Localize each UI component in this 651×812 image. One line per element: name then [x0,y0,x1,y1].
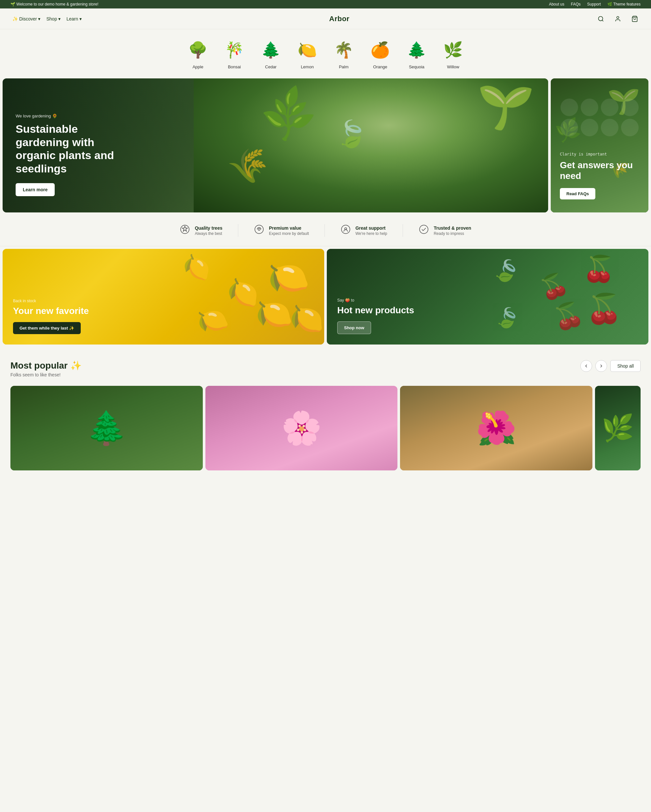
section-subtitle: Folks seem to like these! [11,372,82,377]
hero-title: Sustainable gardening with organic plant… [15,122,120,176]
trust-premium: Premium value Expect more by default [238,224,325,237]
hero-side-title: Get answers you need [560,160,639,182]
product-card-1[interactable]: 🌲 [11,386,203,470]
trust-proven-sub: Ready to impress [434,231,471,236]
palm-icon: 🌴 [332,38,355,62]
product-card-2[interactable]: 🌸 [205,386,398,470]
discover-nav-btn[interactable]: ✨ Discover ▾ [11,14,42,24]
chevron-left-icon [584,363,589,369]
trust-quality-title: Quality trees [195,226,222,230]
shop-nav-btn[interactable]: Shop ▾ [44,14,63,24]
product-image-3: 🌺 [400,386,592,470]
top-bar: 🌱 Welcome to our demo home & gardening s… [0,0,651,8]
svg-point-7 [341,225,350,234]
top-bar-announcement: 🌱 Welcome to our demo home & gardening s… [11,2,98,6]
shop-chevron-icon: ▾ [58,16,61,21]
support-link[interactable]: Support [587,2,601,6]
promo-green-eyebrow: Say 🍑 to [337,298,414,302]
get-them-button[interactable]: Get them while they last ✨ [13,322,81,334]
lemon-label: Lemon [301,64,314,69]
read-faqs-button[interactable]: Read FAQs [560,188,595,199]
trust-support: Great support We're here to help [325,224,403,237]
hero-side-content: Clarity is important Get answers you nee… [551,152,648,212]
proven-icon [419,224,429,237]
section-title: Most popular ✨ [11,360,82,371]
nav-right [595,13,640,25]
hero-content: We love gardening 🌻 Sustainable gardenin… [3,113,133,212]
category-cedar[interactable]: 🌲 Cedar [252,36,289,72]
theme-features-link[interactable]: 🌿 Theme features [607,2,640,6]
cedar-icon: 🌲 [259,38,283,62]
learn-chevron-icon: ▾ [79,16,82,21]
product-card-3[interactable]: 🌺 [400,386,592,470]
svg-point-1 [617,16,619,18]
bonsai-label: Bonsai [228,64,241,69]
sequoia-label: Sequoia [409,64,425,69]
section-header-left: Most popular ✨ Folks seem to like these! [11,360,82,377]
category-orange[interactable]: 🍊 Orange [362,36,399,72]
svg-point-8 [345,228,347,230]
trust-premium-text: Premium value Expect more by default [269,226,309,236]
promo-hot-products: 🍒 🍒 🍒 🍃 🍒 🍃 Say 🍑 to Hot new products Sh… [327,249,648,345]
announcement-text: 🌱 Welcome to our demo home & gardening s… [11,2,98,6]
hero-section: 🌿 🌱 🌾 🍃 We love gardening 🌻 Sustainable … [0,78,651,215]
svg-point-9 [420,225,428,234]
site-logo[interactable]: Arbor [329,15,349,23]
nav-left: ✨ Discover ▾ Shop ▾ Learn ▾ [11,14,84,24]
shop-all-button[interactable]: Shop all [610,360,640,372]
hero-side-eyebrow: Clarity is important [560,152,639,156]
trust-quality-text: Quality trees Always the best [195,226,222,236]
willow-label: Willow [447,64,459,69]
hero-person-image: 🌿 🌱 🌾 🍃 [194,78,548,212]
category-apple[interactable]: 🌳 Apple [180,36,216,72]
svg-point-5 [255,225,263,234]
about-us-link[interactable]: About us [549,2,564,6]
account-button[interactable] [612,13,623,25]
section-controls: Shop all [581,360,640,372]
category-strip: 🌳 Apple 🎋 Bonsai 🌲 Cedar 🍋 Lemon 🌴 Palm … [0,29,651,78]
product-card-4-partial[interactable]: 🌿 [595,386,640,470]
promo-green-title: Hot new products [337,305,414,316]
prev-arrow-button[interactable] [581,360,592,372]
next-arrow-button[interactable] [595,360,607,372]
search-button[interactable] [595,13,607,25]
category-sequoia[interactable]: 🌲 Sequoia [399,36,435,72]
apple-label: Apple [193,64,203,69]
palm-label: Palm [339,64,348,69]
promo-green-content: Say 🍑 to Hot new products Shop now [327,298,425,345]
trust-support-title: Great support [355,226,387,230]
trust-support-text: Great support We're here to help [355,226,387,236]
willow-icon: 🌿 [442,38,465,62]
learn-nav-btn[interactable]: Learn ▾ [64,14,84,24]
product-image-1: 🌲 [11,386,203,470]
quality-icon [180,224,190,237]
promo-back-in-stock: 🍋 🍋 🍋 🍋 🍋 🍋 Back in stock Your new favor… [3,249,324,345]
category-willow[interactable]: 🌿 Willow [435,36,471,72]
faqs-link[interactable]: FAQs [571,2,581,6]
promo-yellow-eyebrow: Back in stock [13,299,89,303]
hero-side-banner: 🌱 🌿 🌾 Clarity is important Get answers y… [551,78,648,212]
hero-learn-more-button[interactable]: Learn more [15,183,55,196]
nav-center: Arbor [84,15,595,23]
trust-quality: Quality trees Always the best [164,224,238,237]
category-bonsai[interactable]: 🎋 Bonsai [216,36,252,72]
trust-proven: Trusted & proven Ready to impress [403,224,487,237]
cedar-label: Cedar [265,64,277,69]
product-grid: 🌲 🌸 🌺 🌿 [0,386,651,484]
trust-support-sub: We're here to help [355,231,387,236]
promo-yellow-title: Your new favorite [13,306,89,316]
trust-proven-text: Trusted & proven Ready to impress [434,226,471,236]
category-palm[interactable]: 🌴 Palm [326,36,362,72]
shop-now-button[interactable]: Shop now [337,321,371,334]
svg-marker-4 [182,226,188,231]
lemon-icon: 🍋 [296,38,319,62]
cart-button[interactable] [629,13,640,25]
category-lemon[interactable]: 🍋 Lemon [289,36,326,72]
sequoia-icon: 🌲 [405,38,428,62]
apple-tree-icon: 🌳 [186,38,209,62]
product-image-2: 🌸 [205,386,398,470]
main-nav: ✨ Discover ▾ Shop ▾ Learn ▾ Arbor [0,8,651,29]
trust-premium-sub: Expect more by default [269,231,309,236]
support-icon [341,224,351,237]
product-image-4: 🌿 [595,386,640,470]
